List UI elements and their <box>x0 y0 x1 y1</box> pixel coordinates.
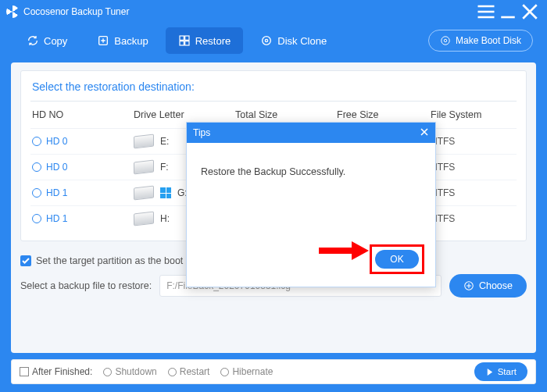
diskclone-button[interactable]: Disk Clone <box>248 27 339 54</box>
tips-dialog: Tips Restore the Backup Successfully. OK <box>186 122 436 287</box>
app-logo-icon <box>6 5 19 18</box>
minimize-button[interactable] <box>497 3 519 20</box>
svg-rect-2 <box>184 36 188 40</box>
hdd-icon <box>134 161 154 173</box>
col-free: Free Size <box>337 109 431 120</box>
copy-button[interactable]: Copy <box>14 27 80 54</box>
annotation-arrow <box>319 243 374 258</box>
dialog-title: Tips <box>193 127 210 138</box>
diskclone-icon <box>260 34 273 47</box>
svg-point-8 <box>444 39 447 42</box>
hdno-cell: HD 0 <box>32 162 134 173</box>
fs-cell: NTFS <box>431 136 515 147</box>
hdno-cell: HD 1 <box>32 213 134 224</box>
ok-button[interactable]: OK <box>375 250 419 269</box>
make-boot-disk-label: Make Boot Disk <box>456 35 521 46</box>
backup-label: Backup <box>114 35 148 47</box>
hdd-icon <box>134 135 154 148</box>
after-finished-label: After Finished: <box>32 366 92 377</box>
svg-rect-1 <box>180 36 184 40</box>
diskclone-label: Disk Clone <box>277 35 327 47</box>
row-radio[interactable] <box>32 162 41 172</box>
play-icon <box>485 368 494 376</box>
fs-cell: NTFS <box>431 187 515 198</box>
hdno-cell: HD 1 <box>32 187 134 198</box>
set-boot-checkbox[interactable] <box>20 255 31 266</box>
start-button[interactable]: Start <box>474 362 527 381</box>
restore-label: Restore <box>195 35 231 47</box>
main-toolbar: Copy Backup Restore Disk Clone Make Boot… <box>0 23 547 58</box>
set-boot-label: Set the target partition as the boot dis… <box>36 255 209 266</box>
bottom-bar: After Finished: Shutdown Restart Hiberna… <box>11 359 536 384</box>
destination-heading: Select the restoration destination: <box>30 77 517 102</box>
col-total: Total Size <box>235 109 337 120</box>
fs-cell: NTFS <box>431 213 515 224</box>
backup-icon <box>97 34 109 47</box>
start-label: Start <box>498 367 517 376</box>
choose-button[interactable]: Choose <box>449 274 527 298</box>
dialog-message: Restore the Backup Successfully. <box>187 143 435 237</box>
menu-icon[interactable] <box>475 3 497 20</box>
plus-circle-icon <box>463 280 474 291</box>
opt-restart[interactable]: Restart <box>168 366 210 377</box>
fs-cell: NTFS <box>431 162 515 173</box>
choose-label: Choose <box>479 280 513 291</box>
hdd-icon <box>134 212 154 225</box>
dialog-header: Tips <box>187 123 435 143</box>
opt-shutdown[interactable]: Shutdown <box>103 366 156 377</box>
restore-icon <box>178 34 191 47</box>
title-bar: Cocosenor Backup Tuner <box>0 0 547 23</box>
copy-icon <box>27 34 39 47</box>
col-fs: File System <box>431 109 515 120</box>
svg-point-6 <box>266 39 268 41</box>
row-radio[interactable] <box>32 188 41 198</box>
make-boot-disk-button[interactable]: Make Boot Disk <box>428 30 533 52</box>
boot-disk-icon <box>440 35 451 46</box>
restore-button[interactable]: Restore <box>166 27 244 54</box>
windows-icon <box>160 187 171 198</box>
hdno-cell: HD 0 <box>32 136 134 147</box>
svg-rect-3 <box>180 41 184 45</box>
col-drive: Drive Letter <box>134 109 235 120</box>
backup-button[interactable]: Backup <box>84 27 160 54</box>
dialog-close-icon[interactable] <box>420 127 429 139</box>
svg-point-7 <box>442 37 450 45</box>
hdd-icon <box>134 187 154 199</box>
svg-rect-4 <box>184 41 188 45</box>
col-hdno: HD NO <box>32 109 134 120</box>
row-radio[interactable] <box>32 214 41 223</box>
close-button[interactable] <box>519 3 541 20</box>
row-radio[interactable] <box>32 137 41 146</box>
after-finished-check[interactable]: After Finished: <box>20 366 92 377</box>
ok-highlight: OK <box>370 244 424 274</box>
select-file-label: Select a backup file to restore: <box>20 280 152 291</box>
copy-label: Copy <box>44 35 67 47</box>
app-title: Cocosenor Backup Tuner <box>23 6 129 17</box>
opt-hibernate[interactable]: Hibernate <box>220 366 273 377</box>
svg-point-5 <box>263 37 271 45</box>
